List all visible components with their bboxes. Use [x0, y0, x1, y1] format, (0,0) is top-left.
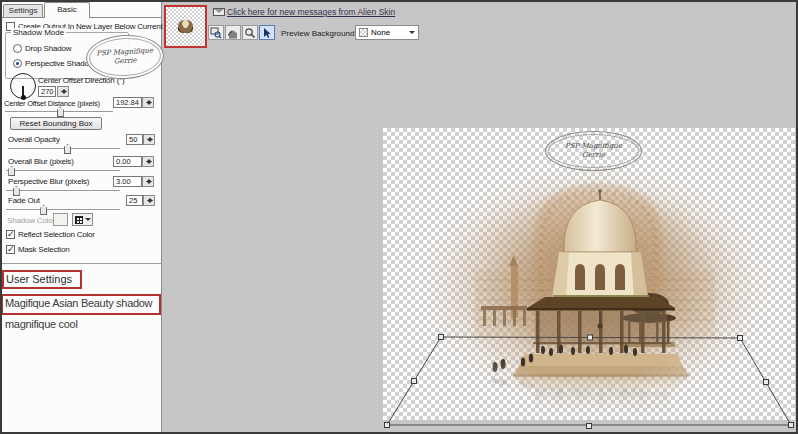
- overall-blur-input[interactable]: 0.00: [113, 156, 142, 167]
- distance-slider[interactable]: [5, 111, 113, 113]
- preset-item[interactable]: magnifique cool: [5, 318, 78, 330]
- overall-blur-slider-thumb[interactable]: [8, 166, 15, 176]
- plugin-window: Settings Basic Create Output In New Laye…: [0, 0, 798, 434]
- fade-out-input[interactable]: 25: [126, 195, 143, 206]
- spinner-down-icon[interactable]: [146, 161, 152, 164]
- shadow-mode-legend: Shadow Mode: [11, 28, 66, 37]
- drop-shadow-radio[interactable]: Drop Shadow: [13, 44, 71, 53]
- magnifier-icon: [244, 27, 256, 39]
- hand-icon: [227, 27, 239, 39]
- bbox-handle-bottom-right[interactable]: [789, 423, 794, 428]
- fit-preview-tool-button[interactable]: [208, 25, 224, 40]
- perspective-shadow-radio-circle[interactable]: [13, 59, 22, 68]
- mask-selection-checkbox-box[interactable]: ✓: [6, 245, 15, 254]
- fade-out-label: Fade Out: [8, 196, 40, 205]
- fade-out-slider[interactable]: [6, 209, 120, 211]
- opacity-spinner[interactable]: [143, 134, 155, 145]
- distance-spinner[interactable]: [142, 97, 154, 108]
- alien-skin-messages-link[interactable]: Click here for new messages from Alien S…: [227, 7, 395, 17]
- preview-background-value: None: [371, 28, 390, 37]
- bbox-handle-bottom-mid[interactable]: [587, 424, 592, 429]
- preview-background-label: Preview Background:: [281, 29, 357, 38]
- spinner-down-icon[interactable]: [146, 102, 152, 105]
- perspective-blur-input[interactable]: 3.00: [113, 176, 142, 187]
- thumbnail-image: [178, 20, 193, 33]
- direction-spinner[interactable]: [57, 86, 69, 97]
- reflect-selection-checkbox[interactable]: ✓ Reflect Selection Color: [6, 230, 95, 239]
- spinner-down-icon[interactable]: [146, 181, 152, 184]
- opacity-slider[interactable]: [8, 148, 120, 150]
- background-swatch-icon: [359, 28, 368, 37]
- overall-blur-label: Overall Blur (pixels): [8, 157, 74, 166]
- fit-preview-icon: [210, 27, 222, 39]
- distance-slider-thumb[interactable]: [57, 107, 64, 117]
- opacity-slider-thumb[interactable]: [64, 144, 71, 154]
- spinner-down-icon[interactable]: [61, 91, 67, 94]
- reflect-selection-checkbox-box[interactable]: ✓: [6, 230, 15, 239]
- watermark-line2: Gerrie: [114, 56, 137, 66]
- fade-out-spinner[interactable]: [143, 195, 155, 206]
- color-grid-icon: [75, 216, 83, 224]
- zoom-tool-button[interactable]: [242, 25, 258, 40]
- overall-blur-slider[interactable]: [6, 170, 120, 172]
- mask-selection-label: Mask Selection: [18, 245, 69, 254]
- select-tool-button[interactable]: [259, 25, 275, 40]
- preview-thumbnail[interactable]: [164, 5, 207, 48]
- mask-selection-checkbox[interactable]: ✓ Mask Selection: [6, 245, 69, 254]
- opacity-label: Overall Opacity: [8, 135, 60, 144]
- perspective-blur-slider[interactable]: [6, 190, 120, 192]
- preview-canvas[interactable]: PSP Magnifique Gerrie: [383, 128, 795, 420]
- spinner-down-icon[interactable]: [147, 200, 153, 203]
- drop-shadow-radio-circle[interactable]: [13, 44, 22, 53]
- reflect-selection-label: Reflect Selection Color: [18, 230, 95, 239]
- perspective-shadow-radio[interactable]: Perspective Shadow: [13, 59, 94, 68]
- pan-tool-button[interactable]: [225, 25, 241, 40]
- fade-out-slider-thumb[interactable]: [40, 205, 47, 215]
- settings-panel: Settings Basic Create Output In New Laye…: [2, 2, 162, 432]
- perspective-shadow-label: Perspective Shadow: [25, 59, 94, 68]
- preview-background-dropdown[interactable]: None: [355, 25, 419, 40]
- cursor-arrow-icon: [261, 27, 273, 39]
- distance-input[interactable]: 192.84: [113, 97, 142, 108]
- spinner-down-icon[interactable]: [147, 139, 153, 142]
- perspective-blur-slider-thumb[interactable]: [13, 186, 20, 196]
- bbox-handle-bottom-left[interactable]: [385, 423, 390, 428]
- shadow-color-picker-button[interactable]: [72, 213, 93, 226]
- direction-input[interactable]: 270: [38, 86, 56, 97]
- overall-blur-spinner[interactable]: [142, 156, 154, 167]
- watermark-line1: PSP Magnifique: [565, 142, 622, 151]
- envelope-icon: [213, 8, 225, 16]
- tab-settings[interactable]: Settings: [3, 4, 43, 17]
- drop-shadow-label: Drop Shadow: [25, 44, 71, 53]
- annotation-box-preset: [1, 294, 161, 315]
- panel-divider: [2, 263, 161, 264]
- preview-image: [383, 128, 795, 420]
- reset-bounding-box-button[interactable]: Reset Bounding Box: [10, 117, 102, 130]
- direction-dial[interactable]: [10, 73, 36, 99]
- opacity-input[interactable]: 50: [126, 134, 143, 145]
- watermark-stamp-preview: PSP Magnifique Gerrie: [545, 131, 642, 171]
- shadow-color-swatch[interactable]: [53, 213, 68, 226]
- chevron-down-icon: [409, 31, 415, 34]
- watermark-line2: Gerrie: [582, 151, 605, 160]
- distance-label: Center Offset Distance (pixels): [4, 99, 100, 108]
- tab-basic[interactable]: Basic: [44, 2, 90, 18]
- annotation-box-user-settings: [2, 270, 82, 289]
- shadow-color-label: Shadow Color:: [7, 216, 57, 225]
- perspective-blur-label: Perspective Blur (pixels): [8, 177, 89, 186]
- chevron-down-icon: [85, 218, 91, 221]
- perspective-blur-spinner[interactable]: [142, 176, 154, 187]
